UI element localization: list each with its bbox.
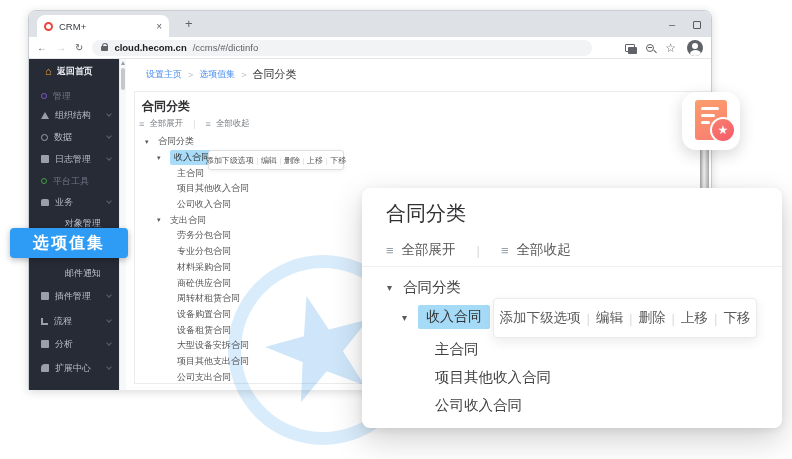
option-set-callout[interactable]: 选项值集 — [10, 228, 128, 258]
sidebar-item-home[interactable]: ⌂ 返回首页 — [29, 62, 119, 80]
chevron-down-icon — [106, 198, 112, 204]
page: CRM+ × + – ← → ↻ cloud.hecom.cn/ccms/#/d… — [0, 0, 792, 459]
scrollbar[interactable] — [119, 59, 126, 390]
caret-down-icon[interactable]: ▾ — [402, 312, 418, 323]
tree-node-selected[interactable]: ▾ 收入合同 — [402, 302, 490, 332]
tree-node-label: 支出合同 — [170, 214, 206, 227]
separator: | — [672, 311, 676, 326]
tree-node-label: 合同分类 — [158, 135, 194, 148]
reload-icon[interactable]: ↻ — [75, 42, 83, 53]
sidebar-item-extension-center[interactable]: 扩展中心 — [29, 359, 119, 377]
sidebar-item-data[interactable]: 数据 — [29, 128, 119, 146]
action-move-down[interactable]: 下移 — [330, 155, 346, 166]
caret-down-icon[interactable]: ▾ — [145, 138, 158, 146]
expand-all-button[interactable]: 全部展开 — [402, 241, 456, 259]
sidebar-item-org[interactable]: 组织结构 — [29, 106, 119, 124]
sidebar-item-mail-notify[interactable]: 邮件通知 — [29, 264, 119, 282]
business-icon — [41, 199, 49, 206]
lock-icon — [101, 46, 108, 51]
circle-icon — [41, 93, 47, 99]
minimize-button[interactable]: – — [669, 19, 675, 29]
circle-icon — [41, 178, 47, 184]
sidebar-section-admin: 管理 — [29, 87, 119, 105]
sidebar-section-platform-tools: 平台工具 — [29, 172, 119, 190]
breadcrumb-link[interactable]: 设置主页 — [146, 68, 182, 81]
bookmark-star-icon[interactable]: ☆ — [665, 42, 676, 54]
tree-node-label: 设备购置合同 — [177, 308, 231, 321]
action-add-child[interactable]: 添加下级选项 — [499, 309, 580, 327]
tree-node-label: 材料采购合同 — [177, 261, 231, 274]
zoom-out-icon[interactable] — [646, 44, 654, 52]
feature-badge: ★ — [682, 92, 740, 150]
sidebar: ⌂ 返回首页 管理 组织结构 数据 日志管理 — [29, 59, 119, 390]
back-icon[interactable]: ← — [37, 42, 47, 53]
tree-node-label: 项目其他收入合同 — [177, 182, 249, 195]
action-move-down[interactable]: 下移 — [724, 309, 751, 327]
tree-node-label: 合同分类 — [403, 278, 461, 297]
new-tab-button[interactable]: + — [179, 14, 199, 33]
separator: | — [303, 156, 305, 165]
sidebar-item-flow[interactable]: 流程 — [29, 312, 119, 330]
media-icon[interactable] — [625, 44, 635, 52]
tree-node[interactable]: ▾ 合同分类 — [387, 274, 461, 300]
tree-node-label: 公司支出合同 — [177, 371, 231, 384]
separator: | — [256, 156, 258, 165]
action-move-up[interactable]: 上移 — [307, 155, 323, 166]
action-delete[interactable]: 删除 — [284, 155, 300, 166]
address-input[interactable]: cloud.hecom.cn/ccms/#/dictinfo — [92, 40, 592, 56]
tree-node-label: 专业分包合同 — [177, 245, 231, 258]
url-path: /ccms/#/dictinfo — [193, 42, 258, 53]
sidebar-item-plugins[interactable]: 插件管理 — [29, 287, 119, 305]
forward-icon[interactable]: → — [56, 42, 66, 53]
collapse-all-button[interactable]: 全部收起 — [517, 241, 571, 259]
tree-node-label: 收入合同 — [418, 305, 490, 329]
browser-tab[interactable]: CRM+ × — [37, 15, 169, 37]
tree-node-label: 主合同 — [435, 340, 479, 359]
document-icon: ★ — [695, 100, 727, 140]
action-delete[interactable]: 删除 — [639, 309, 666, 327]
sidebar-item-logs[interactable]: 日志管理 — [29, 150, 119, 168]
separator: | — [326, 156, 328, 165]
sidebar-item-business[interactable]: 业务 — [29, 193, 119, 211]
divider: | — [193, 119, 195, 129]
action-edit[interactable]: 编辑 — [261, 155, 277, 166]
tree-node[interactable]: 公司收入合同 — [435, 392, 522, 418]
toolbar-icons: ☆ — [625, 40, 703, 56]
expand-all-icon: ≡ — [139, 120, 144, 129]
tab-close-icon[interactable]: × — [156, 21, 162, 32]
extension-icon — [41, 364, 49, 372]
caret-down-icon[interactable]: ▾ — [157, 216, 170, 224]
scroll-up-icon[interactable] — [121, 61, 125, 65]
action-add-child[interactable]: 添加下级选项 — [206, 155, 254, 166]
maximize-button[interactable] — [693, 15, 701, 33]
expand-all-icon: ≡ — [386, 246, 394, 255]
tree-node-label: 项目其他收入合同 — [435, 368, 551, 387]
maximize-icon — [693, 21, 701, 29]
panel-toolbar: ≡ 全部展开 | ≡ 全部收起 — [386, 241, 571, 259]
caret-down-icon[interactable]: ▾ — [387, 282, 403, 293]
scrollbar-thumb[interactable] — [121, 68, 125, 90]
collapse-all-button[interactable]: 全部收起 — [216, 118, 250, 130]
separator: | — [714, 311, 718, 326]
window-controls: – — [669, 11, 701, 37]
breadcrumb-current: 合同分类 — [253, 67, 297, 82]
expand-all-button[interactable]: 全部展开 — [149, 118, 183, 130]
sidebar-item-analysis[interactable]: 分析 — [29, 335, 119, 353]
action-move-up[interactable]: 上移 — [681, 309, 708, 327]
caret-down-icon[interactable]: ▾ — [157, 154, 170, 162]
tree-node[interactable]: 主合同 — [435, 336, 479, 362]
panel-title: 合同分类 — [386, 200, 466, 227]
divider-line — [362, 266, 782, 267]
breadcrumb-link[interactable]: 选项值集 — [199, 68, 235, 81]
chevron-down-icon — [106, 292, 112, 298]
chevron-down-icon — [106, 155, 112, 161]
breadcrumb: 设置主页 > 选项值集 > 合同分类 — [146, 67, 297, 82]
tree-node[interactable]: 项目其他收入合同 — [435, 364, 551, 390]
zoom-panel: 合同分类 ≡ 全部展开 | ≡ 全部收起 ▾ 合同分类 ▾ 收入合同 添加下级选… — [362, 188, 782, 428]
profile-avatar[interactable] — [687, 40, 703, 56]
sidebar-item-label: 返回首页 — [57, 65, 93, 78]
tree-node-label: 设备租赁合同 — [177, 324, 231, 337]
tree-node[interactable]: ▾合同分类 — [135, 134, 711, 150]
breadcrumb-separator: > — [188, 70, 193, 80]
action-edit[interactable]: 编辑 — [596, 309, 623, 327]
